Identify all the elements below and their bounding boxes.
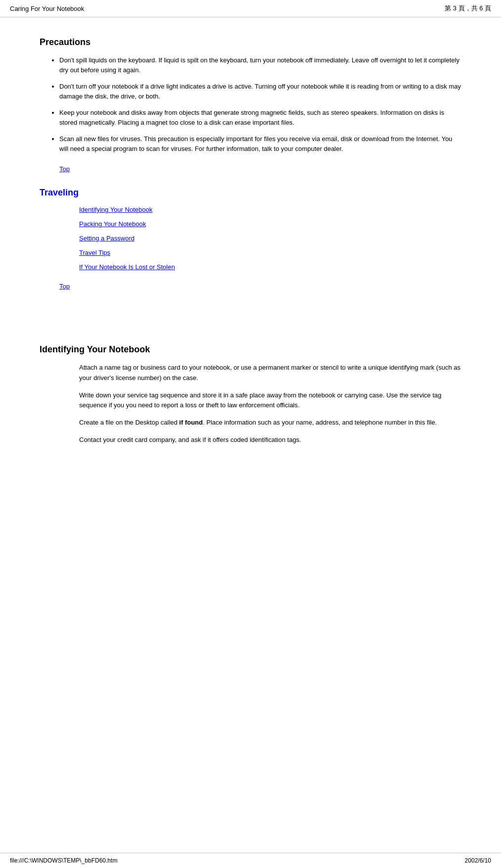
precautions-section: Precautions Don't spill liquids on the k…	[40, 37, 461, 173]
identifying-para-3-after: . Place information such as your name, a…	[203, 419, 437, 426]
list-item: Scan all new files for viruses. This pre…	[59, 134, 461, 153]
identifying-para-3: Create a file on the Desktop called if f…	[79, 418, 461, 428]
link-setting-password[interactable]: Setting a Password	[79, 235, 461, 242]
traveling-heading: Traveling	[40, 188, 461, 198]
traveling-links: Identifying Your Notebook Packing Your N…	[79, 206, 461, 271]
identifying-para-3-before: Create a file on the Desktop called	[79, 419, 179, 426]
traveling-section: Traveling Identifying Your Notebook Pack…	[40, 188, 461, 290]
header-title: Caring For Your Notebook	[10, 5, 84, 12]
footer-date: 2002/6/10	[465, 857, 491, 864]
link-travel-tips[interactable]: Travel Tips	[79, 249, 461, 256]
page-header: Caring For Your Notebook 第 3 頁，共 6 頁	[0, 0, 501, 17]
identifying-para-4: Contact your credit card company, and as…	[79, 435, 461, 445]
link-identifying-notebook[interactable]: Identifying Your Notebook	[79, 206, 461, 213]
footer-url: file:///C:\WINDOWS\TEMP\_bbFD60.htm	[10, 857, 117, 864]
list-item: Keep your notebook and disks away from o…	[59, 108, 461, 127]
link-lost-stolen[interactable]: If Your Notebook Is Lost or Stolen	[79, 263, 461, 271]
identifying-heading: Identifying Your Notebook	[40, 344, 461, 355]
identifying-para-1: Attach a name tag or business card to yo…	[79, 363, 461, 384]
traveling-top-link[interactable]: Top	[59, 283, 70, 290]
header-pagination: 第 3 頁，共 6 頁	[445, 4, 491, 13]
list-item: Don't turn off your notebook if a drive …	[59, 82, 461, 101]
precautions-top-link[interactable]: Top	[59, 165, 70, 173]
identifying-section: Identifying Your Notebook Attach a name …	[40, 344, 461, 445]
precautions-list: Don't spill liquids on the keyboard. If …	[40, 55, 461, 153]
list-item: Don't spill liquids on the keyboard. If …	[59, 55, 461, 75]
page-footer: file:///C:\WINDOWS\TEMP\_bbFD60.htm 2002…	[0, 853, 501, 868]
link-packing-notebook[interactable]: Packing Your Notebook	[79, 220, 461, 228]
identifying-para-2: Write down your service tag sequence and…	[79, 390, 461, 411]
identifying-content: Attach a name tag or business card to yo…	[79, 363, 461, 445]
main-content: Precautions Don't spill liquids on the k…	[0, 17, 501, 480]
precautions-heading: Precautions	[40, 37, 461, 48]
spacer	[40, 305, 461, 344]
identifying-para-3-bold: if found	[179, 419, 203, 426]
